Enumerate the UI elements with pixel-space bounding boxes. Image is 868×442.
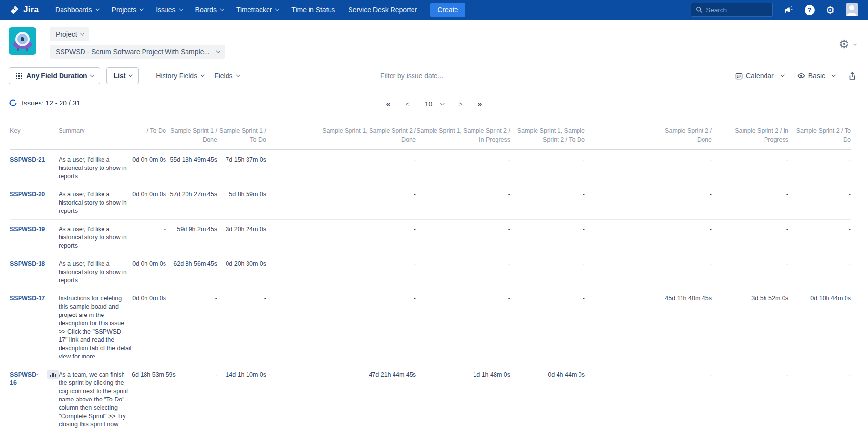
chevron-down-icon — [831, 73, 835, 77]
issue-date-filter-input[interactable] — [380, 72, 488, 80]
duration-cell: 0d 20h 30m 0s — [217, 254, 266, 289]
table-row: SSPWSD-17 Instructions for deleting this… — [10, 289, 851, 365]
issue-key-link[interactable]: SSPWSD-21 — [10, 156, 45, 164]
duration-cell: - — [510, 150, 585, 185]
duration-cell: 55d 13h 49m 45s — [166, 150, 217, 185]
duration-cell: 3d 20h 24m 0s — [217, 220, 266, 254]
last-page-button[interactable]: » — [477, 100, 482, 108]
nav-issues[interactable]: Issues — [156, 6, 182, 14]
column-header: Sample Sprint 1, Sample Sprint 2 / Done — [266, 120, 416, 150]
issue-summary: As a user, I'd like a historical story t… — [59, 260, 132, 285]
duration-cell: - — [416, 150, 510, 185]
scope-selector-dropdown[interactable]: Project — [50, 27, 89, 41]
column-header: Sample Sprint 2 / To Do — [788, 120, 851, 150]
duration-cell: 57d 20h 27m 45s — [166, 185, 217, 220]
chevron-down-icon — [780, 73, 784, 77]
calendar-icon — [735, 72, 743, 80]
issue-key-link[interactable]: SSPWSD-18 — [10, 260, 45, 268]
duration-cell: - — [266, 254, 416, 289]
chevron-down-icon — [129, 73, 133, 77]
project-avatar-detail — [21, 37, 24, 41]
create-button[interactable]: Create — [430, 3, 465, 17]
results-bar: Issues: 12 - 20 / 31 « < 10 > » — [0, 90, 868, 114]
table-row: SSPWSD-16 As a team, we can finish the s… — [10, 365, 851, 433]
issue-summary: As a user, I'd like a historical story t… — [59, 225, 132, 250]
chevron-down-icon — [95, 7, 99, 11]
nav-dashboards[interactable]: Dashboards — [55, 6, 99, 14]
duration-field-dropdown[interactable]: Any Field Duration — [9, 67, 100, 84]
eye-icon — [797, 72, 805, 80]
duration-cell: 47d 21h 44m 45s — [266, 365, 416, 433]
first-page-button[interactable]: « — [386, 100, 391, 108]
duration-cell: - — [217, 289, 266, 365]
issue-summary: Instructions for deleting this sample bo… — [59, 295, 132, 361]
column-header: Sample Sprint 2 / In Progress — [712, 120, 788, 150]
duration-cell: - — [585, 220, 712, 254]
chevron-down-icon — [440, 101, 444, 105]
duration-cell: 62d 8h 56m 45s — [166, 254, 217, 289]
refresh-icon[interactable] — [9, 99, 17, 107]
issue-summary: As a user, I'd like a historical story t… — [59, 190, 132, 215]
duration-cell: - — [585, 365, 712, 433]
user-avatar[interactable] — [846, 3, 858, 16]
page-size-dropdown[interactable]: 10 — [425, 100, 444, 108]
jira-logo[interactable]: Jira — [10, 5, 39, 15]
nav-projects[interactable]: Projects — [112, 6, 143, 14]
jira-logo-icon — [10, 5, 20, 15]
duration-cell: - — [585, 185, 712, 220]
chevron-down-icon — [80, 31, 84, 35]
nav-time-in-status[interactable]: Time in Status — [291, 6, 335, 14]
duration-cell: - — [266, 289, 416, 365]
issue-key-link[interactable]: SSPWSD-17 — [10, 295, 45, 303]
export-share-button[interactable] — [848, 72, 856, 80]
duration-cell: - — [132, 220, 166, 254]
view-type-dropdown[interactable]: List — [106, 67, 139, 84]
table-row: SSPWSD-20 As a user, I'd like a historic… — [10, 185, 851, 220]
duration-cell: - — [788, 150, 851, 185]
table-row: SSPWSD-18 As a user, I'd like a historic… — [10, 254, 851, 289]
duration-cell: - — [266, 185, 416, 220]
search-box[interactable] — [691, 3, 773, 17]
chevron-down-icon — [201, 73, 205, 77]
duration-cell: - — [712, 220, 788, 254]
bar-chart-icon[interactable] — [47, 370, 59, 379]
announcements-megaphone-icon[interactable] — [784, 5, 794, 15]
help-icon[interactable]: ? — [805, 5, 815, 15]
column-header-key: Key — [10, 120, 59, 150]
duration-cell: - — [712, 185, 788, 220]
issue-summary: As a user, I'd like a historical story t… — [59, 156, 132, 181]
next-page-button[interactable]: > — [458, 100, 462, 108]
report-settings-button[interactable]: ⚙ — [839, 27, 856, 50]
duration-cell: - — [712, 150, 788, 185]
nav-service-desk-reporter[interactable]: Service Desk Reporter — [348, 6, 417, 14]
project-avatar[interactable] — [9, 27, 36, 55]
issue-summary: As a team, we can finish the sprint by c… — [59, 371, 132, 429]
nav-boards[interactable]: Boards — [195, 6, 223, 14]
chevron-down-icon — [853, 42, 857, 46]
duration-cell: 59d 9h 2m 45s — [166, 220, 217, 254]
duration-cell: 6d 18h 53m 59s — [132, 365, 166, 433]
duration-cell: 0d 0h 0m 0s — [132, 150, 166, 185]
export-icon — [848, 72, 856, 80]
issue-key-link[interactable]: SSPWSD-16 — [10, 371, 42, 387]
nav-timetracker[interactable]: Timetracker — [236, 6, 278, 14]
admin-gear-icon[interactable]: ⚙ — [826, 5, 835, 15]
history-fields-dropdown[interactable]: History Fields — [156, 72, 204, 80]
duration-cell: - — [166, 289, 217, 365]
duration-cell: - — [416, 289, 510, 365]
issue-key-link[interactable]: SSPWSD-19 — [10, 225, 45, 233]
duration-cell: 7d 15h 37m 0s — [217, 150, 266, 185]
fields-dropdown[interactable]: Fields — [214, 72, 239, 80]
table-row: SSPWSD-21 As a user, I'd like a historic… — [10, 150, 851, 185]
previous-page-button[interactable]: < — [406, 100, 410, 108]
duration-cell: 45d 11h 40m 45s — [585, 289, 712, 365]
display-mode-dropdown[interactable]: Basic — [797, 72, 835, 80]
duration-cell: - — [585, 150, 712, 185]
search-input[interactable] — [706, 6, 768, 14]
duration-cell: - — [712, 365, 788, 433]
duration-cell: - — [788, 185, 851, 220]
project-selector-dropdown[interactable]: SSPWSD - Scrum Software Project With Sam… — [50, 45, 225, 59]
top-navigation-bar: Jira Dashboards Projects Issues Boards T… — [0, 0, 868, 20]
calendar-dropdown[interactable]: Calendar — [735, 72, 784, 80]
issue-key-link[interactable]: SSPWSD-20 — [10, 190, 45, 199]
